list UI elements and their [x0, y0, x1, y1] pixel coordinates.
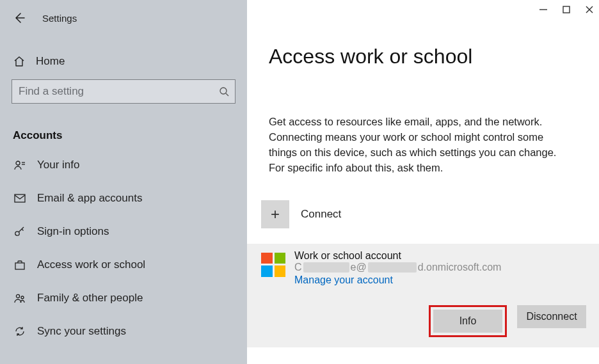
- plus-icon: +: [261, 200, 289, 228]
- sidebar-item-label: Access work or school: [37, 258, 145, 271]
- info-button[interactable]: Info: [433, 310, 502, 333]
- back-icon[interactable]: [13, 12, 26, 24]
- svg-rect-11: [563, 6, 570, 13]
- svg-point-6: [15, 232, 19, 235]
- info-button-highlight: Info: [429, 305, 507, 337]
- account-title: Work or school account: [294, 250, 501, 262]
- maximize-icon[interactable]: [562, 5, 571, 14]
- minimize-icon[interactable]: [539, 5, 548, 14]
- people-icon: [13, 292, 27, 305]
- search-icon: [219, 86, 229, 97]
- sidebar-item-label: Email & app accounts: [37, 192, 142, 205]
- svg-point-2: [16, 161, 20, 165]
- search-input[interactable]: [12, 79, 236, 104]
- svg-point-0: [220, 88, 227, 94]
- sidebar-item-label: Sign-in options: [37, 225, 109, 238]
- mail-icon: [13, 192, 27, 205]
- redacted-text: [368, 262, 417, 273]
- disconnect-button[interactable]: Disconnect: [517, 305, 586, 328]
- sidebar-item-your-info[interactable]: Your info: [0, 148, 247, 182]
- svg-rect-5: [15, 194, 25, 202]
- account-actions: Info Disconnect: [261, 286, 586, 337]
- key-icon: [13, 225, 27, 238]
- account-card: Work or school account C e@ d.onmicrosof…: [247, 244, 599, 347]
- window-controls: [539, 5, 594, 14]
- search-wrap: [12, 79, 236, 104]
- sidebar-item-family[interactable]: Family & other people: [0, 281, 247, 315]
- briefcase-icon: [13, 258, 27, 271]
- sidebar-item-access-work-school[interactable]: Access work or school: [0, 248, 247, 281]
- sidebar-item-label: Family & other people: [37, 292, 143, 305]
- svg-point-8: [16, 294, 19, 297]
- connect-label: Connect: [301, 208, 341, 221]
- sidebar-item-sync[interactable]: Sync your settings: [0, 315, 247, 348]
- redacted-text: [303, 262, 349, 273]
- sidebar-item-label: Your info: [37, 159, 79, 171]
- sidebar-item-email-accounts[interactable]: Email & app accounts: [0, 182, 247, 215]
- close-icon[interactable]: [585, 5, 594, 14]
- svg-point-9: [21, 296, 24, 299]
- microsoft-logo-icon: [261, 253, 285, 277]
- account-email: C e@ d.onmicrosoft.com: [294, 262, 501, 273]
- sidebar-section-head: Accounts: [0, 109, 247, 148]
- sidebar: Settings Home Accounts Your info Email &…: [0, 0, 247, 364]
- main-panel: Access work or school Get access to reso…: [247, 0, 599, 364]
- sidebar-item-signin-options[interactable]: Sign-in options: [0, 215, 247, 248]
- svg-line-1: [226, 93, 228, 96]
- sync-icon: [13, 325, 27, 338]
- sidebar-home[interactable]: Home: [0, 29, 247, 75]
- manage-account-link[interactable]: Manage your account: [294, 273, 501, 286]
- app-title: Settings: [42, 13, 77, 24]
- svg-rect-7: [15, 263, 24, 269]
- intro-text: Get access to resources like email, apps…: [247, 68, 593, 176]
- connect-row[interactable]: + Connect: [247, 176, 599, 228]
- person-badge-icon: [13, 159, 27, 171]
- home-label: Home: [36, 55, 65, 68]
- sidebar-item-label: Sync your settings: [37, 325, 126, 338]
- home-icon: [13, 55, 26, 68]
- sidebar-top-row: Settings: [0, 0, 247, 29]
